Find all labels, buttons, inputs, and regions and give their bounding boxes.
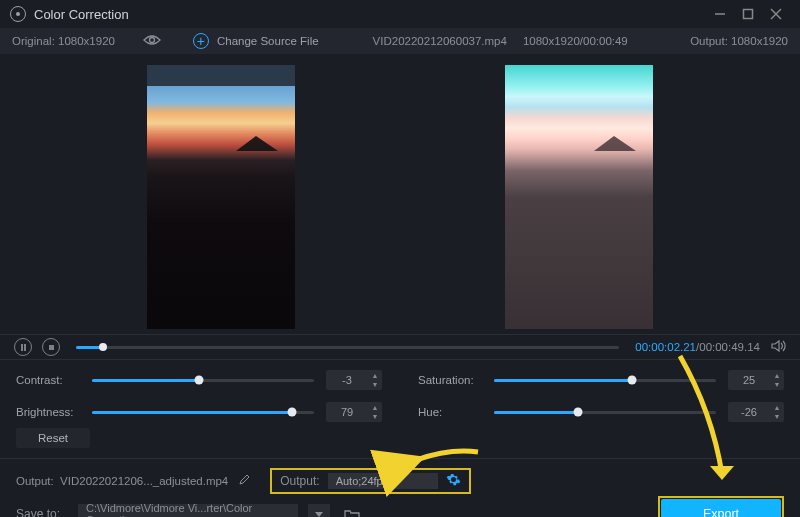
contrast-slider[interactable] [92, 379, 314, 382]
volume-icon[interactable] [770, 338, 786, 357]
output-format-value[interactable]: Auto;24fps [328, 473, 439, 489]
progress-slider[interactable] [76, 346, 619, 349]
plus-icon: + [193, 33, 209, 49]
saturation-step-down[interactable]: ▼ [770, 380, 784, 389]
saturation-row: Saturation: 25 ▲▼ [418, 370, 784, 390]
output-filename: Output: VID2022021206..._adjusted.mp4 [16, 475, 228, 487]
original-preview [147, 65, 295, 329]
gear-icon[interactable] [446, 472, 461, 490]
adjusted-preview [505, 65, 653, 329]
hue-step-up[interactable]: ▲ [770, 403, 784, 412]
output-format-label: Output: [280, 474, 319, 488]
saturation-stepper[interactable]: 25 ▲▼ [728, 370, 784, 390]
brightness-label: Brightness: [16, 406, 80, 418]
contrast-label: Contrast: [16, 374, 80, 386]
source-filename: VID20220212060037.mp4 [373, 35, 507, 47]
time-display: 00:00:02.21/00:00:49.14 [635, 341, 760, 353]
playback-bar: 00:00:02.21/00:00:49.14 [0, 334, 800, 360]
change-source-button[interactable]: + Change Source File [193, 33, 319, 49]
app-icon [10, 6, 26, 22]
reset-button[interactable]: Reset [16, 428, 90, 448]
save-to-label: Save to: [16, 507, 68, 517]
close-button[interactable] [762, 0, 790, 28]
change-source-label: Change Source File [217, 35, 319, 47]
contrast-row: Contrast: -3 ▲▼ [16, 370, 382, 390]
export-button[interactable]: Export [661, 499, 781, 517]
contrast-stepper[interactable]: -3 ▲▼ [326, 370, 382, 390]
hue-row: Hue: -26 ▲▼ [418, 402, 784, 422]
svg-point-4 [149, 38, 154, 43]
reset-row: Reset [0, 424, 800, 458]
output-dim-label: Output: 1080x1920 [690, 35, 788, 47]
original-dim-label: Original: 1080x1920 [12, 35, 115, 47]
saturation-step-up[interactable]: ▲ [770, 371, 784, 380]
hue-stepper[interactable]: -26 ▲▼ [728, 402, 784, 422]
saturation-slider[interactable] [494, 379, 716, 382]
output-row: Output: VID2022021206..._adjusted.mp4 Ou… [16, 469, 784, 493]
brightness-row: Brightness: 79 ▲▼ [16, 402, 382, 422]
svg-rect-1 [744, 10, 753, 19]
save-row: Save to: C:\Vidmore\Vidmore Vi...rter\Co… [16, 499, 784, 517]
save-path-field[interactable]: C:\Vidmore\Vidmore Vi...rter\Color Corre… [78, 504, 298, 517]
brightness-stepper[interactable]: 79 ▲▼ [326, 402, 382, 422]
contrast-step-down[interactable]: ▼ [368, 380, 382, 389]
info-toolbar: Original: 1080x1920 + Change Source File… [0, 28, 800, 54]
save-path-dropdown[interactable] [308, 504, 330, 517]
titlebar: Color Correction [0, 0, 800, 28]
contrast-step-up[interactable]: ▲ [368, 371, 382, 380]
pause-button[interactable] [14, 338, 32, 356]
preview-toggle-icon[interactable] [143, 34, 161, 48]
edit-filename-icon[interactable] [238, 474, 250, 489]
output-format-box: Output: Auto;24fps [270, 468, 471, 494]
minimize-button[interactable] [706, 0, 734, 28]
window-title: Color Correction [34, 7, 129, 22]
bottom-panel: Output: VID2022021206..._adjusted.mp4 Ou… [0, 458, 800, 517]
adjustment-sliders: Contrast: -3 ▲▼ Saturation: 25 ▲▼ Bright… [0, 360, 800, 424]
open-folder-icon[interactable] [340, 504, 364, 517]
maximize-button[interactable] [734, 0, 762, 28]
brightness-step-up[interactable]: ▲ [368, 403, 382, 412]
source-dim-duration: 1080x1920/00:00:49 [523, 35, 628, 47]
hue-slider[interactable] [494, 411, 716, 414]
brightness-step-down[interactable]: ▼ [368, 412, 382, 421]
saturation-label: Saturation: [418, 374, 482, 386]
export-highlight: Export [658, 496, 784, 517]
stop-button[interactable] [42, 338, 60, 356]
preview-area [0, 54, 800, 334]
hue-label: Hue: [418, 406, 482, 418]
brightness-slider[interactable] [92, 411, 314, 414]
hue-step-down[interactable]: ▼ [770, 412, 784, 421]
